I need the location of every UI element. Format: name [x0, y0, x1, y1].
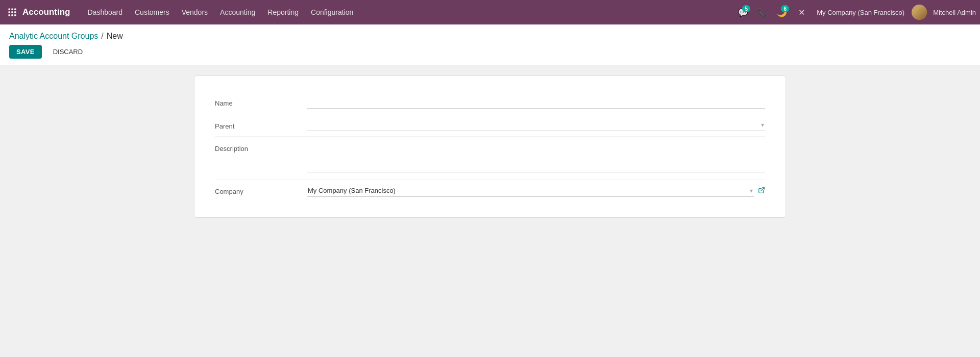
menu-reporting[interactable]: Reporting — [262, 5, 304, 19]
activity-button[interactable]: 🌙 6 — [774, 4, 790, 20]
name-label: Name — [215, 96, 307, 107]
notifications-button[interactable]: 💬 5 — [735, 4, 751, 20]
breadcrumb-parent[interactable]: Analytic Account Groups — [9, 32, 98, 41]
menu-customers[interactable]: Customers — [130, 5, 175, 19]
breadcrumb-current: New — [107, 32, 123, 41]
parent-row: Parent ▾ — [215, 114, 765, 137]
parent-field: ▾ — [307, 119, 765, 131]
menu-accounting[interactable]: Accounting — [215, 5, 260, 19]
description-row: Description — [215, 137, 765, 180]
name-field — [307, 96, 765, 109]
company-external-link-icon[interactable] — [758, 187, 765, 195]
svg-rect-0 — [9, 9, 10, 10]
close-icon: ✕ — [798, 8, 805, 17]
app-brand: Accounting — [22, 7, 70, 17]
svg-line-9 — [761, 187, 764, 190]
user-name: Mitchell Admin — [933, 9, 976, 16]
save-button[interactable]: SAVE — [9, 45, 42, 59]
phone-button[interactable]: 📞 — [754, 4, 771, 20]
close-button[interactable]: ✕ — [793, 4, 810, 20]
activity-badge: 6 — [781, 5, 789, 12]
chevron-down-icon: ▾ — [761, 121, 764, 129]
company-label: Company — [215, 185, 307, 195]
phone-icon: 📞 — [757, 8, 768, 17]
svg-rect-4 — [11, 11, 13, 13]
form-card: Name Parent ▾ Description Company — [194, 75, 786, 218]
main-content: Name Parent ▾ Description Company — [0, 65, 980, 349]
name-row: Name — [215, 91, 765, 114]
parent-select[interactable]: ▾ — [307, 119, 765, 131]
name-input[interactable] — [307, 96, 765, 109]
menu-dashboard[interactable]: Dashboard — [83, 5, 128, 19]
company-select[interactable]: My Company (San Francisco) ▾ — [307, 185, 754, 197]
company-label: My Company (San Francisco) — [817, 9, 904, 16]
parent-label: Parent — [215, 119, 307, 130]
discard-button[interactable]: DISCARD — [46, 45, 90, 59]
avatar-image — [912, 5, 927, 20]
svg-rect-7 — [11, 14, 13, 16]
svg-rect-2 — [14, 9, 16, 10]
company-chevron-icon: ▾ — [750, 187, 753, 194]
action-bar: SAVE DISCARD — [0, 41, 980, 65]
svg-rect-5 — [14, 11, 16, 13]
svg-rect-6 — [9, 14, 10, 16]
menu-configuration[interactable]: Configuration — [306, 5, 358, 19]
topnav: Accounting Dashboard Customers Vendors A… — [0, 0, 980, 24]
breadcrumb-bar: Analytic Account Groups / New — [0, 24, 980, 41]
svg-rect-3 — [9, 11, 10, 13]
menu-vendors[interactable]: Vendors — [177, 5, 213, 19]
breadcrumb-separator: / — [101, 32, 103, 41]
svg-rect-8 — [14, 14, 16, 16]
topnav-right: 💬 5 📞 🌙 6 ✕ My Company (San Francisco) M… — [735, 4, 976, 20]
company-field: My Company (San Francisco) ▾ — [307, 185, 765, 197]
notifications-badge: 5 — [742, 5, 750, 12]
description-label: Description — [215, 142, 307, 152]
description-input[interactable] — [307, 142, 765, 172]
company-row: Company My Company (San Francisco) ▾ — [215, 180, 765, 202]
user-avatar[interactable] — [912, 5, 927, 20]
company-select-value: My Company (San Francisco) — [308, 187, 748, 194]
description-field — [307, 142, 765, 174]
main-menu: Dashboard Customers Vendors Accounting R… — [83, 5, 736, 19]
grid-menu-icon[interactable] — [4, 4, 20, 20]
svg-rect-1 — [11, 9, 13, 10]
